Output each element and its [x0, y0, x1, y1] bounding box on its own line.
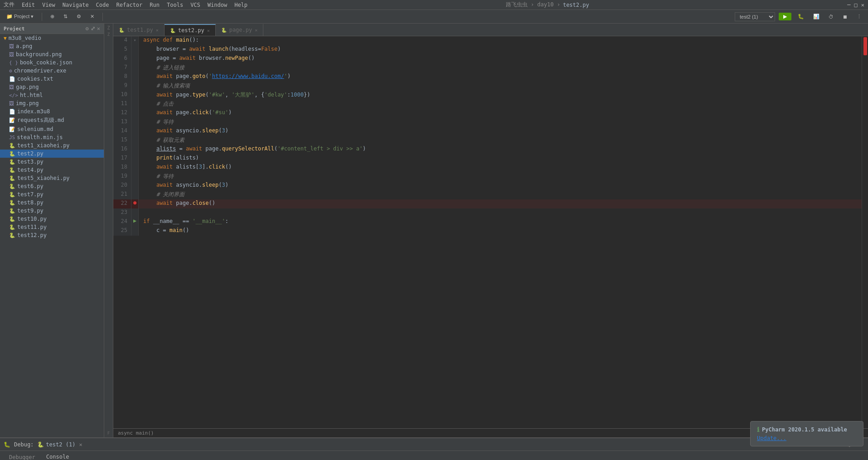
tab-test2py[interactable]: 🐍 test2.py ✕ — [165, 24, 216, 36]
tree-item-test12[interactable]: 🐍 test12.py — [0, 231, 104, 239]
tree-item-test3[interactable]: 🐍 test3.py — [0, 158, 104, 166]
menu-item-navigate[interactable]: Navigate — [63, 2, 89, 8]
tree-item-requests-md[interactable]: 📝 requests高级.md — [0, 116, 104, 125]
py-icon: 🐍 — [9, 167, 15, 173]
line-code-7[interactable]: # 进入链接 — [139, 63, 862, 73]
line-code-6[interactable]: page = await browser.newPage() — [139, 54, 862, 63]
tree-item-root[interactable]: ▼ m3u8_vedio — [0, 34, 104, 42]
menu-item-edit[interactable]: Edit — [22, 2, 35, 8]
tree-item-html[interactable]: </> ht.html — [0, 91, 104, 99]
tree-item-stealthjs[interactable]: JS stealth.min.js — [0, 133, 104, 141]
tree-item-test9[interactable]: 🐍 test9.py — [0, 207, 104, 215]
stop-button[interactable]: ⏹ — [840, 13, 850, 20]
notification-update-link[interactable]: Update... — [757, 435, 786, 441]
code-line-9: 9 # 输入搜索项 — [113, 82, 862, 91]
tree-item-test2[interactable]: 🐍 test2.py — [0, 150, 104, 158]
structure-icon[interactable]: Z — [107, 25, 110, 30]
code-lines[interactable]: 4 ▾ async def main(): 5 browser = await … — [113, 36, 862, 428]
more-actions-button[interactable]: ⋮ — [854, 13, 864, 20]
py-icon: 🐍 — [9, 175, 15, 181]
line-code-14[interactable]: await asyncio.sleep(3) — [139, 127, 862, 136]
project-toggle-btn[interactable]: 📁 Project ▾ — [4, 13, 36, 20]
gutter-icon-1[interactable]: Z — [107, 32, 110, 37]
line-code-9[interactable]: # 输入搜索项 — [139, 82, 862, 91]
menu-item-code[interactable]: Code — [96, 2, 109, 8]
line-code-11[interactable]: # 点击 — [139, 100, 862, 109]
menu-item-tools[interactable]: Tools — [167, 2, 183, 8]
menu-item-refactor[interactable]: Refactor — [116, 2, 143, 8]
close-sidebar-btn[interactable]: ✕ — [87, 13, 97, 20]
menu-item-vcs[interactable]: VCS — [190, 2, 200, 8]
sidebar-close-icon[interactable]: ✕ — [97, 25, 100, 32]
profile-button[interactable]: ⏱ — [826, 13, 836, 20]
sync-btn[interactable]: ⇅ — [61, 13, 70, 20]
line-code-13[interactable]: # 等待 — [139, 118, 862, 127]
line-code-18[interactable]: await alists[3].click() — [139, 163, 862, 172]
coverage-button[interactable]: 📊 — [810, 13, 822, 20]
run-config-selector[interactable]: test2 (1) — [735, 12, 775, 21]
console-tab[interactable]: Console — [41, 452, 75, 460]
menu-item-view[interactable]: View — [42, 2, 55, 8]
tab-close-test1[interactable]: ✕ — [156, 28, 159, 33]
line-number-6: 6 — [113, 54, 131, 63]
line-number-21: 21 — [113, 190, 131, 199]
line-code-4[interactable]: async def main(): — [139, 36, 862, 45]
tree-item-selenium-md[interactable]: 📝 selenium.md — [0, 125, 104, 133]
line-code-5[interactable]: browser = await launch(headless=False) — [139, 45, 862, 54]
tab-pagepy[interactable]: 🐍 page.py ✕ — [216, 24, 264, 36]
line-code-12[interactable]: await page.click('#su') — [139, 109, 862, 118]
tree-item-apng[interactable]: 🖼 a.png — [0, 42, 104, 50]
window-close[interactable]: ✕ — [861, 2, 864, 8]
line-gutter-22[interactable]: ● — [131, 199, 139, 208]
line-code-23[interactable] — [139, 208, 862, 218]
tree-item-gappng[interactable]: 🖼 gap.png — [0, 83, 104, 91]
tree-item-m3u8[interactable]: 📄 index.m3u8 — [0, 107, 104, 116]
line-code-21[interactable]: # 关闭界面 — [139, 190, 862, 199]
menu-item-file[interactable]: 文件 — [4, 1, 15, 9]
line-code-20[interactable]: await asyncio.sleep(3) — [139, 181, 862, 190]
menu-item-window[interactable]: Window — [208, 2, 227, 8]
favorites-icon[interactable]: F — [107, 431, 110, 436]
sidebar-options-icon[interactable]: ⚙ — [86, 25, 89, 32]
tree-item-cookies[interactable]: 📄 cookies.txt — [0, 75, 104, 83]
tree-item-test10[interactable]: 🐍 test10.py — [0, 215, 104, 223]
line-code-16[interactable]: alists = await page.querySelectorAll('#c… — [139, 145, 862, 154]
debug-close-config[interactable]: ✕ — [79, 441, 82, 448]
tree-item-test7[interactable]: 🐍 test7.py — [0, 190, 104, 199]
editor-scrollbar[interactable] — [862, 36, 868, 428]
menu-item-run[interactable]: Run — [150, 2, 160, 8]
line-code-24[interactable]: if __name__ == '__main__': — [139, 218, 862, 227]
tree-item-test6[interactable]: 🐍 test6.py — [0, 182, 104, 190]
window-minimize[interactable]: ─ — [847, 2, 850, 8]
sidebar-expand-icon[interactable]: ⤢ — [91, 25, 95, 32]
tree-item-test11[interactable]: 🐍 test11.py — [0, 223, 104, 231]
line-code-22[interactable]: await page.close() — [139, 199, 862, 208]
tree-item-chromedriver[interactable]: ⚙ chromedriver.exe — [0, 67, 104, 75]
line-code-17[interactable]: print(alists) — [139, 154, 862, 163]
tree-item-test5xiaohei[interactable]: 🐍 test5_xiaohei.py — [0, 174, 104, 182]
add-btn[interactable]: ⊕ — [48, 13, 57, 20]
tree-item-bgpng[interactable]: 🖼 background.png — [0, 50, 104, 58]
line-code-15[interactable]: # 获取元素 — [139, 136, 862, 145]
debug-button[interactable]: 🐛 — [795, 13, 807, 20]
line-code-8[interactable]: await page.goto('https://www.baidu.com/'… — [139, 73, 862, 82]
tree-item-imgpng[interactable]: 🖼 img.png — [0, 99, 104, 107]
line-gutter-24[interactable]: ▶ — [131, 218, 139, 227]
tree-item-test4[interactable]: 🐍 test4.py — [0, 166, 104, 174]
fold-icon-4[interactable]: ▾ — [133, 38, 136, 43]
line-code-25[interactable]: c = main() — [139, 227, 862, 236]
debugger-tab[interactable]: Debugger — [4, 452, 41, 460]
settings-btn[interactable]: ⚙ — [74, 13, 84, 20]
run-button[interactable]: ▶ — [779, 13, 791, 20]
line-code-19[interactable]: # 等待 — [139, 172, 862, 181]
tree-item-cookie-json[interactable]: { } book_cookie.json — [0, 58, 104, 67]
tree-item-test8[interactable]: 🐍 test8.py — [0, 199, 104, 207]
code-editor[interactable]: 4 ▾ async def main(): 5 browser = await … — [113, 36, 868, 428]
tab-close-page[interactable]: ✕ — [255, 28, 257, 33]
tree-item-test1xiaohei[interactable]: 🐍 test1_xiaohei.py — [0, 141, 104, 150]
line-code-10[interactable]: await page.type('#kw', '大黑驴', {'delay':1… — [139, 91, 862, 100]
tab-test1py[interactable]: 🐍 test1.py ✕ — [113, 24, 165, 36]
window-maximize[interactable]: □ — [854, 2, 858, 8]
menu-item-help[interactable]: Help — [234, 2, 247, 8]
tab-close-test2[interactable]: ✕ — [207, 28, 210, 33]
